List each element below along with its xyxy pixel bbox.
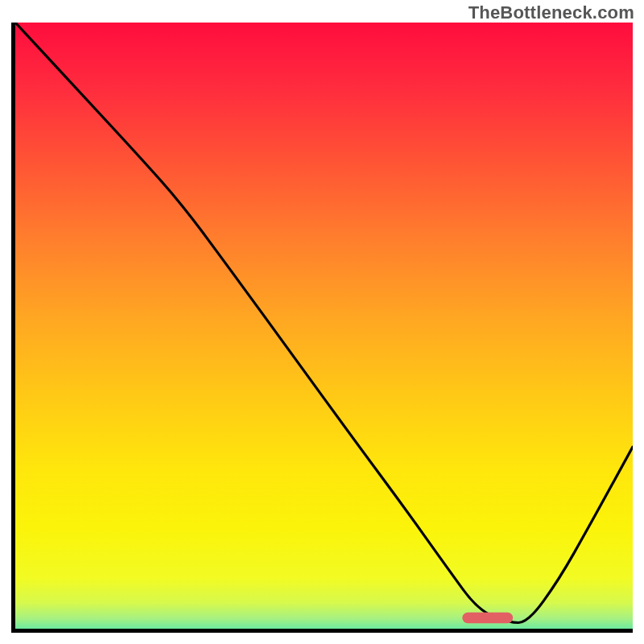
bottleneck-chart: TheBottleneck.com (0, 0, 644, 644)
optimal-marker (462, 613, 513, 624)
plot-area (11, 23, 633, 633)
watermark-text: TheBottleneck.com (469, 2, 634, 23)
curve-layer (15, 23, 633, 629)
bottleneck-curve-path (15, 23, 633, 622)
